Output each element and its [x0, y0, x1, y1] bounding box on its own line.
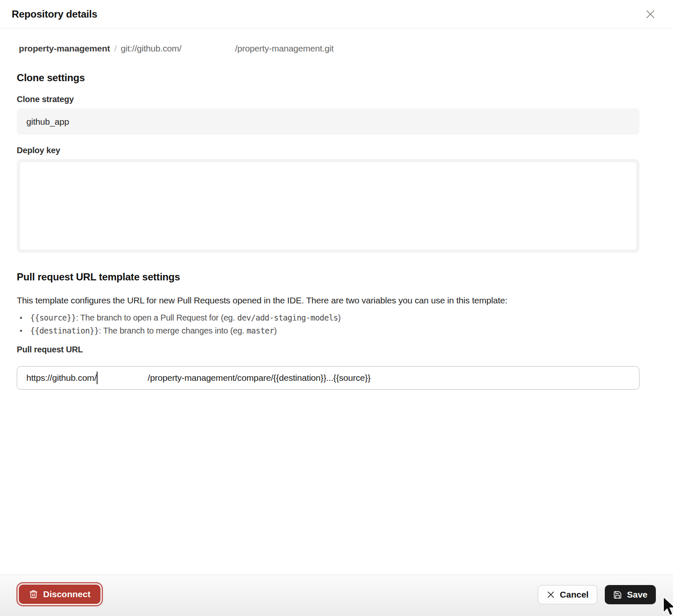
disconnect-button[interactable]: Disconnect: [19, 585, 100, 604]
bullet-icon: •: [17, 325, 30, 337]
deploy-key-textarea[interactable]: [17, 159, 640, 253]
pr-url-value-prefix: https://github.com/: [26, 373, 97, 383]
trash-icon: [29, 590, 38, 599]
cancel-x-icon: [547, 590, 555, 599]
variable-source-code: {{source}}: [30, 311, 76, 324]
variable-destination-example: master: [247, 324, 274, 337]
clone-settings-heading: Clone settings: [17, 72, 85, 84]
page-title: Repository details: [12, 0, 97, 28]
deploy-key-label: Deploy key: [17, 146, 60, 155]
save-floppy-icon: [613, 590, 622, 599]
breadcrumb-url-prefix: git://github.com/: [121, 44, 182, 54]
pr-url-value-suffix: /property-management/compare/{{destinati…: [148, 373, 371, 383]
pr-url-input[interactable]: https://github.com/ /property-management…: [17, 366, 640, 390]
variable-source-suffix: ): [338, 311, 340, 324]
disconnect-label: Disconnect: [43, 589, 90, 599]
variable-destination-suffix: ): [274, 324, 277, 337]
clone-strategy-value: github_app: [26, 117, 69, 127]
breadcrumb: property-management / git://github.com/ …: [19, 44, 334, 54]
save-label: Save: [627, 590, 647, 600]
breadcrumb-url-suffix: /property-management.git: [235, 44, 334, 54]
list-item: • {{destination}} : The branch to merge …: [17, 324, 648, 337]
variable-source-example: dev/add-staging-models: [237, 311, 338, 324]
pr-template-description: This template configures the URL for new…: [17, 295, 648, 306]
clone-strategy-label: Clone strategy: [17, 95, 74, 104]
variable-source-text: : The branch to open a Pull Request for …: [76, 311, 237, 324]
breadcrumb-separator: /: [110, 44, 121, 54]
modal-header: Repository details: [0, 0, 673, 28]
variable-destination-text: : The branch to merge changes into (eg.: [99, 324, 247, 337]
clone-strategy-field[interactable]: github_app: [17, 108, 640, 135]
bullet-icon: •: [17, 312, 30, 324]
close-icon: [645, 9, 656, 20]
mouse-cursor: [662, 596, 673, 616]
close-button[interactable]: [643, 7, 658, 22]
modal-footer: Disconnect Cancel Save: [0, 575, 673, 616]
variable-destination-code: {{destination}}: [30, 324, 99, 337]
save-button[interactable]: Save: [605, 585, 656, 604]
text-caret: [97, 372, 98, 384]
list-item: • {{source}} : The branch to open a Pull…: [17, 311, 648, 324]
pr-template-heading: Pull request URL template settings: [17, 271, 180, 283]
breadcrumb-repo-name: property-management: [19, 44, 110, 54]
cancel-button[interactable]: Cancel: [538, 585, 597, 604]
cancel-label: Cancel: [560, 590, 589, 600]
pr-template-variable-list: • {{source}} : The branch to open a Pull…: [17, 311, 648, 337]
pr-url-label: Pull request URL: [17, 345, 83, 354]
